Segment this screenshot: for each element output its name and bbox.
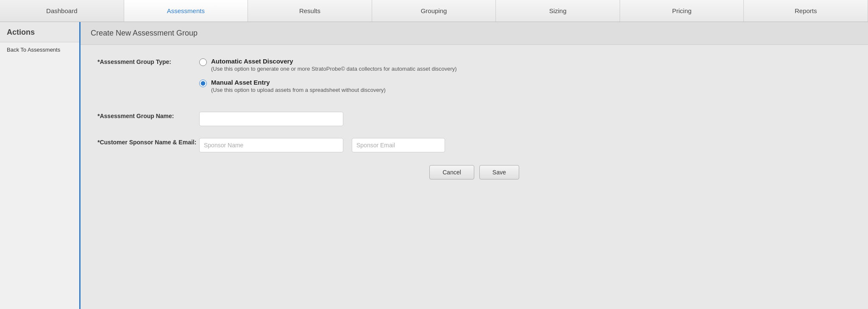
sidebar: Actions Back To Assessments xyxy=(0,22,81,309)
sponsor-email-input[interactable] xyxy=(352,138,445,152)
tab-pricing[interactable]: Pricing xyxy=(620,0,744,22)
content-body: *Assessment Group Type: Automatic Asset … xyxy=(81,45,868,192)
sponsor-name-input[interactable] xyxy=(199,138,343,152)
tab-dashboard[interactable]: Dashboard xyxy=(0,0,124,22)
sidebar-item-back-to-assessments[interactable]: Back To Assessments xyxy=(0,42,79,57)
customer-sponsor-row: *Customer Sponsor Name & Email: xyxy=(97,138,851,152)
content-area: Create New Assessment Group *Assessment … xyxy=(81,22,868,309)
manual-main-label[interactable]: Manual Asset Entry xyxy=(211,79,386,86)
sidebar-actions-header: Actions xyxy=(0,22,79,42)
buttons-row: Cancel Save xyxy=(97,165,851,179)
manual-sub-label: (Use this option to upload assets from a… xyxy=(211,87,386,93)
tab-sizing[interactable]: Sizing xyxy=(496,0,620,22)
tab-grouping[interactable]: Grouping xyxy=(372,0,496,22)
tab-results[interactable]: Results xyxy=(248,0,372,22)
manual-option: Manual Asset Entry (Use this option to u… xyxy=(199,79,851,93)
customer-sponsor-control xyxy=(199,138,851,152)
manual-label-group: Manual Asset Entry (Use this option to u… xyxy=(211,79,386,93)
sponsor-inputs-row xyxy=(199,138,851,152)
cancel-button[interactable]: Cancel xyxy=(429,165,474,179)
assessment-group-type-row: *Assessment Group Type: Automatic Asset … xyxy=(97,58,851,100)
assessment-group-type-label: *Assessment Group Type: xyxy=(97,58,199,65)
automatic-main-label[interactable]: Automatic Asset Discovery xyxy=(211,58,457,65)
customer-sponsor-label: *Customer Sponsor Name & Email: xyxy=(97,138,199,146)
content-header: Create New Assessment Group xyxy=(81,22,868,45)
assessment-group-name-label: *Assessment Group Name: xyxy=(97,112,199,119)
tab-reports[interactable]: Reports xyxy=(744,0,868,22)
assessment-group-name-control xyxy=(199,112,851,126)
automatic-sub-label: (Use this option to generate one or more… xyxy=(211,66,457,72)
automatic-label-group: Automatic Asset Discovery (Use this opti… xyxy=(211,58,457,72)
main-layout: Actions Back To Assessments Create New A… xyxy=(0,22,868,309)
top-nav: Dashboard Assessments Results Grouping S… xyxy=(0,0,868,22)
tab-assessments[interactable]: Assessments xyxy=(124,0,248,22)
automatic-option: Automatic Asset Discovery (Use this opti… xyxy=(199,58,851,72)
assessment-group-name-input[interactable] xyxy=(199,112,343,126)
manual-radio[interactable] xyxy=(199,80,207,87)
automatic-radio[interactable] xyxy=(199,58,207,66)
assessment-group-name-row: *Assessment Group Name: xyxy=(97,112,851,126)
assessment-group-type-control: Automatic Asset Discovery (Use this opti… xyxy=(199,58,851,100)
save-button[interactable]: Save xyxy=(479,165,519,179)
